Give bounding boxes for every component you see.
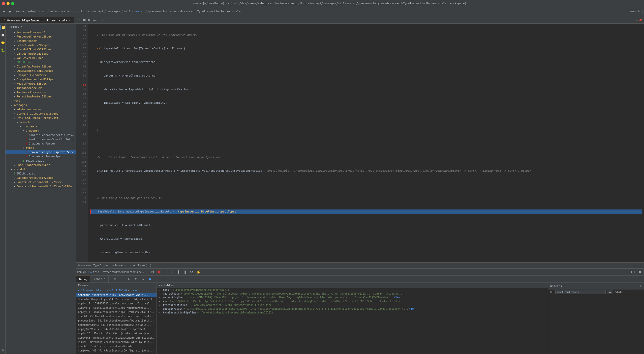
tree-item[interactable]: ▸HealthRoute.E2Spec — [6, 82, 76, 86]
tree-item[interactable]: ▸ResponseCheckerV2Spec — [6, 34, 76, 39]
frame-item[interactable]: run:68, TaskInvocation (akka.dispatch) — [76, 344, 157, 348]
tree-item[interactable]: ▸ClientApiRoute.E2Spec — [6, 64, 76, 69]
tree-item[interactable]: ▸ConstructResponseUtilV2SpecFullData — [6, 184, 76, 189]
breadcrumb-item[interactable]: knora — [81, 10, 89, 13]
breadcrumb-item[interactable]: search — [134, 10, 144, 13]
restart-button[interactable]: ↺ — [149, 269, 156, 275]
pause-button[interactable]: ⏸ — [163, 269, 169, 275]
frame-item[interactable]: apply:-1, scala.concurrent.impl.Promise$… — [76, 310, 157, 314]
step-into-button[interactable]: ⬇ — [176, 269, 182, 275]
tree-item[interactable]: ▸standoff — [6, 167, 76, 171]
breadcrumb-item[interactable]: gravsearch — [148, 10, 165, 13]
forward-button[interactable]: ▶ — [8, 9, 13, 14]
maximize-button[interactable] — [11, 2, 14, 5]
tree-item[interactable]: ▾messages — [6, 103, 76, 107]
code-content[interactable]: 73 74 75 76 77 78 79 80 81 82 83 84 85 8… — [76, 24, 644, 262]
step-toolbar-over[interactable]: ⤵ — [119, 276, 125, 282]
stop-button[interactable]: ⏹ — [156, 269, 162, 275]
watch-input[interactable] — [555, 290, 606, 294]
pin-icon[interactable]: 📌 — [638, 19, 642, 22]
frame-item[interactable]: $anonfun$run$1:83, BatchingExecutor$Bloc… — [76, 323, 157, 327]
breadcrumb-item[interactable]: webapi — [93, 10, 103, 13]
tree-item[interactable]: BBUILD.bazel — [6, 171, 76, 176]
tab-build[interactable]: B BUILD.bazel ✕ — [74, 17, 107, 23]
frame-item[interactable]: apply$mcV$sp:-1, 1425615567 (akka.dispat… — [76, 327, 157, 331]
tree-item[interactable]: ▸StandoffRouteV2R2Spec — [6, 47, 76, 52]
sidebar-header[interactable]: Project ▾ — [6, 24, 76, 30]
minimize-button[interactable] — [7, 2, 10, 5]
frame-item[interactable]: apply:23, JFunction0$mcV$sp (scala.runti… — [76, 331, 157, 336]
tree-item[interactable]: ▸SearchRoute.V2R2Spec — [6, 43, 76, 47]
add-watch-btn[interactable]: + — [639, 284, 642, 289]
tree-item[interactable]: ▾prequery — [6, 129, 76, 133]
frame-item[interactable]: apply:65, BlockContext$ (scala.concurren… — [76, 336, 157, 340]
record-button[interactable]: ⏺ — [147, 276, 153, 282]
tree-item[interactable]: BBUILD.bazel — [6, 159, 76, 163]
tree-item[interactable]: ▸ValuesRouteV2E3Spec — [6, 52, 76, 56]
tree-item[interactable]: ▸http — [6, 99, 76, 103]
close-panel-icon[interactable]: ✕ — [637, 269, 643, 275]
tree-item[interactable]: ▸ConstructResponseUtilV2Spec — [6, 180, 76, 184]
settings-icon[interactable]: ⚙ — [636, 19, 637, 22]
tree-item[interactable]: SGravsearchParser — [6, 141, 76, 146]
project-icon[interactable]: 📁 — [0, 25, 6, 30]
frame-item[interactable]: $anonfunInspectTypes$4:85, GravsearchTyp… — [76, 293, 157, 297]
breadcrumb-item[interactable]: webapi — [28, 10, 38, 13]
frame-item[interactable]: apply:-1, 1399626193 /scala.concurrent.F… — [76, 301, 157, 306]
frames-header[interactable]: Frames — [76, 283, 157, 288]
breadcrumb-item[interactable]: org — [73, 10, 78, 13]
tree-item[interactable]: ▸ExceptionHandlerR2RSpec — [6, 77, 76, 82]
breadcrumb-item[interactable]: messages — [107, 10, 120, 13]
favorites-icon[interactable]: ⭐ — [0, 40, 6, 45]
tree-item[interactable]: ▸SchemaHeader — [6, 39, 76, 43]
tree-item[interactable]: ▾util org.knora.webapi.util — [6, 116, 76, 120]
view-link[interactable]: View — [409, 307, 415, 310]
structure-icon[interactable]: 🔲 — [0, 32, 6, 38]
var-item[interactable]: ▸ this = (GravsearchTypeInspectionRunner… — [157, 288, 548, 292]
frame-item[interactable]: doExec:289, ForkJoinTask (java.util.conc… — [76, 353, 157, 354]
tree-item[interactable]: ▸InstanceCheckerSpec — [6, 90, 76, 94]
tab-gravsearch[interactable]: S GravsearchTypeInspectionRunner.scala ✕ — [0, 17, 74, 23]
step-toolbar-out[interactable]: ⬆ — [133, 276, 139, 282]
var-item[interactable]: ▸ typeableEntities = (HashSet$HashTrieSe… — [157, 303, 548, 307]
tree-item[interactable]: ▸CORSSupport.E2ESimSpec — [6, 69, 76, 73]
step-out-button[interactable]: ⬆ — [182, 269, 188, 275]
runner-config[interactable]: ▶ test GravsearchTypeInspectorSpec ▾ — [88, 270, 146, 274]
tree-item[interactable]: ▾gravsearch — [6, 124, 76, 129]
tree-item[interactable]: ▸RejectingRoute.E2Spec — [6, 94, 76, 99]
breadcrumb-item[interactable]: util — [124, 10, 131, 13]
evaluate-watch-btn[interactable]: ⬌ — [607, 290, 613, 294]
var-item[interactable]: ▸ x = (Tuple2@10277) "(Set(<http://0.0.0… — [157, 299, 548, 303]
run-to-cursor-button[interactable]: ↪ — [189, 269, 195, 275]
frame-item[interactable]: apply:-1, scala.concurrent.impl.Future$P… — [76, 306, 157, 310]
tree-item[interactable]: ▾types — [6, 146, 76, 150]
frame-item[interactable]: run:64, CallbackRunnable (scala.concurre… — [76, 314, 157, 318]
tree-item[interactable]: SGravsearchParserSpec — [6, 154, 76, 159]
tree-item-selected[interactable]: SGravsearchTypeInspectorSpec — [6, 150, 76, 154]
tab-debugger[interactable]: Debug — [76, 276, 91, 282]
breadcrumb-item[interactable]: Knora — [16, 10, 24, 13]
settings-icon[interactable]: ⚙ — [0, 347, 6, 353]
var-item[interactable]: ▸ typeInspectionPipeline = (AnnotationRe… — [157, 311, 548, 314]
tab-close-icon[interactable]: ✕ — [101, 19, 103, 22]
var-item[interactable]: ▸ initialResult = (IntermediateTypeInspe… — [157, 307, 548, 311]
var-item[interactable]: ▸ requestingUser = (User-ADM@10276) "Use… — [157, 296, 548, 299]
frame-item[interactable]: $anonfun$InspectTypes$4:85, GravsearchTy… — [76, 297, 157, 301]
sidebar-content[interactable]: ▸ResponseCheckerV2 ▸ResponseCheckerV2Spe… — [6, 30, 76, 354]
evaluate-button[interactable]: ⚡ — [195, 269, 201, 275]
tree-item[interactable]: ▸InstanceChecker — [6, 86, 76, 90]
var-item[interactable]: ▸ whereClause = (WhereClause@102705) "Wh… — [157, 292, 548, 296]
tree-item[interactable]: ▾search — [6, 120, 76, 124]
breadcrumb-item[interactable]: GravsearchTypeInspectionRunner.scala — [180, 10, 240, 13]
search-label[interactable]: search — [627, 9, 642, 14]
tree-item[interactable]: SNonTriplestoreSpecificToPrequeryTran — [6, 137, 76, 141]
step-toolbar-into[interactable]: ⬇ — [126, 276, 132, 282]
tree-item[interactable]: BUILD.bazel — [6, 60, 76, 64]
tab-close-icon[interactable]: ✕ — [69, 19, 70, 22]
tree-item[interactable]: ▸Example.E2ESimSpec — [6, 73, 76, 77]
debug-icon[interactable]: 🐛 — [0, 47, 6, 53]
back-button[interactable]: ◀ — [2, 9, 7, 14]
tab-console[interactable]: Console — [91, 276, 109, 282]
runner-state[interactable]: ▸ "GravsearchTyp...ain": RUNNING ▾ ⬆ ⬇ ↺ — [76, 288, 157, 293]
run-cursor-toolbar[interactable]: ↪ — [140, 276, 146, 282]
